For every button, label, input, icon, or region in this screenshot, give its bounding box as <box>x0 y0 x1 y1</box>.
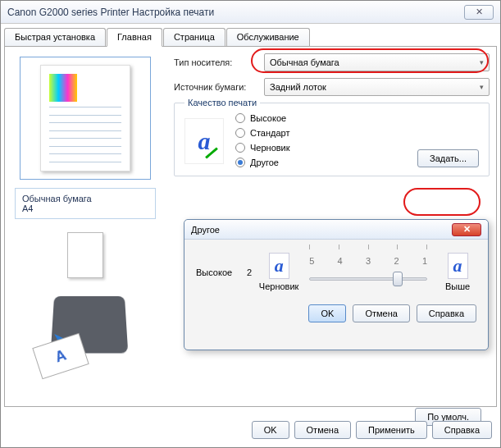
dialog-title: Другое <box>191 225 220 235</box>
apply-button[interactable]: Применить <box>356 421 427 439</box>
print-settings-window: Canon G2000 series Printer Настройка печ… <box>0 0 501 448</box>
slider-thumb[interactable] <box>393 272 403 286</box>
tab-page[interactable]: Страница <box>163 28 225 47</box>
page-lines-icon <box>49 107 121 162</box>
cancel-button[interactable]: Отмена <box>294 421 351 439</box>
preview-meta: Обычная бумага A4 <box>15 188 156 219</box>
radio-other[interactable]: Другое <box>235 158 290 167</box>
dialog-cancel-button[interactable]: Отмена <box>353 304 409 322</box>
settings-column: Тип носителя: Обычная бумага Источник бу… <box>174 53 490 176</box>
tab-panel-main: Обычная бумага A4 ➤ A Тип носителя: Обыч… <box>4 46 497 407</box>
tab-service[interactable]: Обслуживание <box>226 28 310 47</box>
tab-quick-setup[interactable]: Быстрая установка <box>4 28 106 47</box>
printer-icon: ➤ A <box>28 295 143 385</box>
quality-group: Качество печати a Высокое Стандарт Черно… <box>174 103 490 176</box>
radio-draft[interactable]: Черновик <box>235 143 290 153</box>
close-icon: ✕ <box>476 7 483 16</box>
paper-source-value: Задний лоток <box>270 82 326 92</box>
tab-main[interactable]: Главная <box>107 28 162 47</box>
slider-current-value: 2 <box>247 267 252 277</box>
titlebar: Canon G2000 series Printer Настройка печ… <box>1 1 500 24</box>
dialog-titlebar: Другое ✕ <box>184 220 488 240</box>
media-type-combo[interactable]: Обычная бумага <box>264 53 490 71</box>
paper-source-combo[interactable]: Задний лоток <box>264 78 490 96</box>
window-close-button[interactable]: ✕ <box>464 5 494 20</box>
quality-slider[interactable]: 5 4 3 2 1 <box>306 253 430 281</box>
slider-track <box>309 277 427 281</box>
dialog-body: Высокое 2 a Черновик 5 4 3 2 1 <box>184 240 488 331</box>
quality-set-button[interactable]: Задать... <box>417 149 479 167</box>
dialog-close-button[interactable]: ✕ <box>452 223 481 236</box>
preview-media: Обычная бумага <box>22 194 148 203</box>
draft-glyph-icon: a <box>269 253 289 279</box>
printer-paper-icon: A <box>32 333 89 380</box>
high-glyph-icon: a <box>448 253 468 279</box>
tab-strip: Быстрая установка Главная Страница Обслу… <box>4 27 497 46</box>
dialog-ok-button[interactable]: OK <box>308 304 346 322</box>
slider-high-end: a Выше <box>439 253 476 291</box>
preview-column: Обычная бумага A4 ➤ A <box>11 57 159 385</box>
color-swatch-icon <box>49 74 77 102</box>
quality-sample-icon: a <box>184 118 224 164</box>
preview-size: A4 <box>22 203 148 213</box>
orientation-icon <box>67 232 103 278</box>
quality-radios: Высокое Стандарт Черновик Другое <box>235 113 290 167</box>
slider-scale: 5 4 3 2 1 <box>306 256 430 266</box>
quality-group-title: Качество печати <box>184 98 260 107</box>
slider-draft-label: Черновик <box>259 281 299 291</box>
slider-draft-end: a Черновик <box>260 253 298 291</box>
page-preview-sheet <box>40 65 130 171</box>
row-media-type: Тип носителя: Обычная бумага <box>174 53 490 71</box>
radio-high[interactable]: Высокое <box>235 113 290 123</box>
dialog-buttons: OK Отмена Справка <box>196 304 476 322</box>
dialog-help-button[interactable]: Справка <box>417 304 476 322</box>
close-icon: ✕ <box>463 224 471 235</box>
media-type-value: Обычная бумага <box>270 57 339 67</box>
row-paper-source: Источник бумаги: Задний лоток <box>174 78 490 96</box>
window-title: Canon G2000 series Printer Настройка печ… <box>7 7 214 18</box>
ok-button[interactable]: OK <box>252 421 289 439</box>
radio-standard[interactable]: Стандарт <box>235 128 290 138</box>
window-footer-buttons: OK Отмена Применить Справка <box>252 421 492 439</box>
other-quality-dialog: Другое ✕ Высокое 2 a Черновик 5 4 3 <box>184 219 489 350</box>
help-button[interactable]: Справка <box>432 421 492 439</box>
page-preview <box>20 57 151 180</box>
media-type-label: Тип носителя: <box>174 57 259 67</box>
slider-left-caption: Высокое <box>196 267 239 277</box>
paper-source-label: Источник бумаги: <box>174 82 259 92</box>
annotation-set-button-circle <box>403 188 481 216</box>
slider-high-label: Выше <box>445 281 470 291</box>
